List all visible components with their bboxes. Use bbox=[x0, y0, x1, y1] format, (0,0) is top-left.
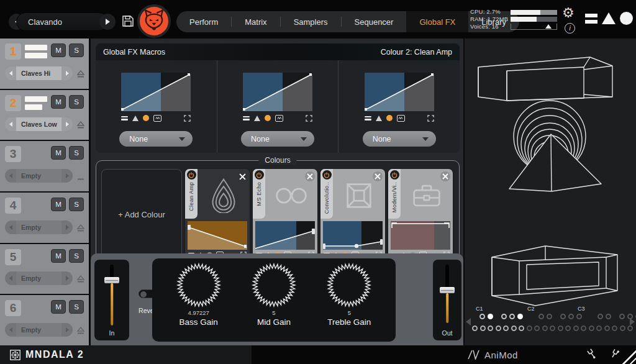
key-dot[interactable] bbox=[509, 314, 515, 319]
close-icon[interactable] bbox=[305, 171, 315, 181]
sample-next-arrow[interactable] bbox=[61, 221, 73, 234]
key-dot[interactable] bbox=[558, 325, 563, 331]
curve-mode-triangle-icon[interactable] bbox=[376, 116, 382, 121]
eject-icon[interactable] bbox=[76, 224, 85, 233]
key-dot[interactable] bbox=[565, 325, 571, 331]
sample-prev-arrow[interactable] bbox=[5, 271, 16, 285]
sample-prev-arrow[interactable] bbox=[5, 66, 16, 80]
sample-next-arrow[interactable] bbox=[61, 271, 73, 285]
close-icon[interactable] bbox=[237, 171, 247, 181]
input-fader[interactable] bbox=[104, 265, 119, 325]
close-icon[interactable] bbox=[440, 171, 450, 181]
macro-envelope-display[interactable] bbox=[121, 73, 191, 111]
sample-selector[interactable]: Claves Hi bbox=[5, 66, 73, 80]
colour-envelope-display[interactable] bbox=[188, 221, 247, 250]
mntra-puma-logo[interactable] bbox=[137, 4, 171, 38]
sample-prev-arrow[interactable] bbox=[5, 169, 16, 183]
key-dot[interactable] bbox=[472, 325, 478, 331]
eject-icon[interactable] bbox=[76, 173, 85, 181]
animod-wireframe-speaker[interactable] bbox=[468, 41, 632, 221]
sample-next-arrow[interactable] bbox=[61, 323, 73, 337]
colour-card-ms-echo[interactable]: MS Echo bbox=[253, 169, 317, 260]
preset-next-button[interactable] bbox=[99, 14, 116, 30]
fader-handle[interactable] bbox=[104, 277, 119, 283]
bass-gain-knob[interactable] bbox=[176, 262, 222, 308]
key-dot[interactable] bbox=[604, 325, 610, 331]
mute-button[interactable]: M bbox=[51, 146, 66, 160]
key-dot[interactable] bbox=[479, 314, 485, 319]
animod-wireframe-box[interactable] bbox=[476, 239, 625, 313]
key-dot[interactable] bbox=[619, 314, 625, 319]
macro-envelope-display[interactable] bbox=[243, 73, 312, 111]
key-dot[interactable] bbox=[496, 325, 501, 331]
colour-envelope-display[interactable] bbox=[255, 221, 315, 250]
solo-button[interactable]: S bbox=[69, 95, 84, 109]
sample-next-arrow[interactable] bbox=[61, 169, 73, 183]
key-dot[interactable] bbox=[547, 314, 552, 319]
eject-icon[interactable] bbox=[76, 70, 85, 79]
mute-button[interactable]: M bbox=[51, 43, 66, 57]
key-dot[interactable] bbox=[501, 314, 507, 319]
key-dot[interactable] bbox=[517, 314, 523, 319]
solo-button[interactable]: S bbox=[69, 198, 84, 211]
settings-gear-icon[interactable]: ⚙ bbox=[562, 6, 575, 20]
curve-mode-triangle-icon[interactable] bbox=[132, 116, 139, 121]
sample-prev-arrow[interactable] bbox=[5, 221, 16, 234]
treble-gain-knob[interactable] bbox=[326, 262, 372, 308]
curve-mode-dot-icon[interactable] bbox=[386, 115, 393, 121]
key-dot[interactable] bbox=[519, 325, 524, 331]
key-dot[interactable] bbox=[581, 325, 586, 331]
lfo-wave-icon[interactable] bbox=[275, 115, 283, 122]
expand-icon[interactable] bbox=[306, 115, 312, 122]
sample-selector[interactable]: Empty bbox=[5, 271, 73, 285]
key-dot[interactable] bbox=[538, 314, 544, 319]
key-dot[interactable] bbox=[606, 314, 611, 319]
key-dot[interactable] bbox=[573, 325, 579, 331]
key-dot[interactable] bbox=[596, 325, 602, 331]
colour-card-clean-amp[interactable]: Clean Amp bbox=[185, 169, 250, 260]
tab-samplers[interactable]: Samplers bbox=[281, 11, 341, 32]
key-dot[interactable] bbox=[488, 314, 493, 319]
black-key-dots-row[interactable] bbox=[479, 314, 636, 319]
curve-mode-bars-icon[interactable] bbox=[121, 116, 128, 121]
key-dot[interactable] bbox=[550, 325, 555, 331]
colour-envelope-display[interactable] bbox=[391, 221, 450, 250]
solo-button[interactable]: S bbox=[69, 146, 84, 160]
sample-selector[interactable]: Empty bbox=[5, 323, 73, 337]
key-dot[interactable] bbox=[560, 314, 566, 319]
power-button[interactable] bbox=[322, 170, 332, 180]
macro-envelope-display[interactable] bbox=[365, 73, 434, 111]
save-icon[interactable] bbox=[122, 15, 134, 27]
snap-tool-icon[interactable] bbox=[609, 348, 620, 360]
key-dot[interactable] bbox=[527, 325, 532, 331]
mute-button[interactable]: M bbox=[51, 95, 66, 109]
output-fader[interactable] bbox=[440, 265, 455, 325]
solo-button[interactable]: S bbox=[69, 249, 84, 263]
sample-next-arrow[interactable] bbox=[61, 117, 73, 131]
lfo-wave-icon[interactable] bbox=[397, 115, 405, 122]
mute-button[interactable]: M bbox=[51, 198, 66, 211]
key-dot[interactable] bbox=[597, 314, 603, 319]
expand-icon[interactable] bbox=[184, 115, 191, 122]
sample-selector[interactable]: Empty bbox=[5, 169, 73, 183]
power-button[interactable] bbox=[187, 170, 196, 180]
sample-prev-arrow[interactable] bbox=[5, 323, 16, 337]
power-button[interactable] bbox=[390, 170, 399, 180]
white-key-dots-row[interactable] bbox=[472, 325, 633, 331]
mute-button[interactable]: M bbox=[51, 249, 66, 263]
mid-gain-knob[interactable] bbox=[251, 262, 297, 308]
expand-icon[interactable] bbox=[427, 115, 434, 122]
curve-mode-triangle-icon[interactable] bbox=[254, 116, 260, 121]
mute-button[interactable]: M bbox=[51, 300, 66, 314]
curve-mode-bars-icon[interactable] bbox=[365, 116, 371, 121]
solo-button[interactable]: S bbox=[69, 43, 84, 57]
colour-card-modern[interactable]: Modern/Vi.. bbox=[388, 169, 453, 260]
close-icon[interactable] bbox=[373, 171, 383, 181]
fader-handle[interactable] bbox=[440, 287, 455, 293]
sample-selector[interactable]: Claves Low bbox=[5, 117, 73, 131]
key-dot[interactable] bbox=[480, 325, 486, 331]
slider-marker-icon[interactable] bbox=[545, 24, 552, 29]
solo-button[interactable]: S bbox=[69, 300, 84, 314]
voice-limit-slider[interactable] bbox=[511, 24, 557, 30]
colour-card-convolution[interactable]: Convolutio.. bbox=[320, 169, 385, 260]
